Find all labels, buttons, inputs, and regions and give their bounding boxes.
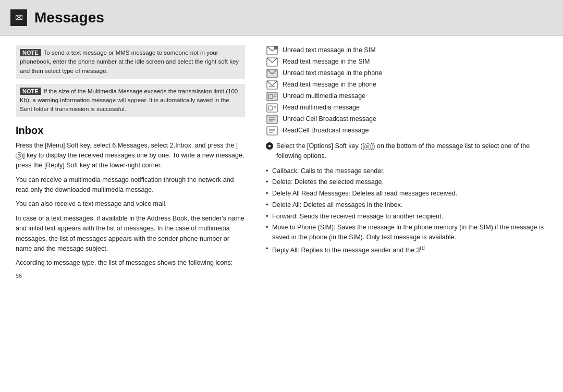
unread-mms-icon	[266, 91, 278, 102]
bullet-item-1: Callback: Calls to the message sender.	[266, 166, 547, 176]
right-column: ! Unread text message in the SIM Read te…	[255, 36, 563, 390]
inbox-para3: You can also receive a text message and …	[16, 199, 245, 209]
list-item: ! Unread text message in the SIM	[266, 45, 547, 56]
icon-list-label-6: Read multimedia message	[283, 103, 360, 113]
svg-text:!: !	[275, 46, 276, 50]
unread-cb-icon	[266, 114, 278, 125]
bullet-item-7: Reply All: Replies to the message sender…	[266, 244, 547, 255]
icon-list-label-4: Read text message in the phone	[283, 80, 376, 90]
content-area: NOTETo send a text message or MMS messag…	[0, 36, 563, 390]
list-item: ReadCell Broadcast message	[266, 126, 547, 136]
inbox-para2: You can receive a multimedia message not…	[16, 175, 245, 195]
bullet-item-6: Move to Phone (SIM): Saves the message i…	[266, 223, 547, 242]
unread-sim-icon: !	[266, 45, 278, 56]
left-column: NOTETo send a text message or MMS messag…	[0, 36, 255, 390]
list-item: Read text message in the SIM	[266, 57, 547, 67]
icon-list-label-1: Unread text message in the SIM	[283, 45, 376, 55]
unread-phone-icon	[266, 68, 278, 79]
inbox-title: Inbox	[16, 125, 245, 137]
note-box-2: NOTEIf the size of the Multimedia Messag…	[16, 84, 245, 117]
page-header: ✉ Messages	[0, 0, 563, 36]
circle-bullet: ●	[266, 142, 273, 150]
list-item: Read multimedia message	[266, 103, 547, 113]
note-label-1: NOTE	[20, 49, 41, 56]
page-number: 56	[16, 273, 245, 279]
page-title: Messages	[34, 9, 104, 26]
options-intro-text: Select the [Options] Soft key ([⊘]) on t…	[276, 141, 547, 161]
note-text-1: To send a text message or MMS message to…	[20, 50, 239, 74]
read-sim-icon	[266, 57, 278, 67]
read-cb-icon	[266, 126, 278, 136]
bullet-section: Callback: Calls to the message sender. D…	[266, 166, 547, 255]
bullet-item-3: Delete All Read Messages: Deletes all re…	[266, 189, 547, 199]
svg-rect-12	[268, 106, 273, 110]
icon-list-label-2: Read text message in the SIM	[283, 57, 370, 67]
icon-list-label-7: Unread Cell Broadcast message	[283, 114, 376, 124]
note-label-2: NOTE	[20, 88, 41, 95]
bullet-item-4: Delete All: Deletes all messages in the …	[266, 200, 547, 210]
read-phone-icon	[266, 80, 278, 90]
bullet-item-5: Forward: Sends the received message to a…	[266, 212, 547, 222]
inbox-para5: According to message type, the list of m…	[16, 258, 245, 268]
note-text-2: If the size of the Multimedia Message ex…	[20, 88, 238, 113]
icon-list-label-3: Unread text message in the phone	[283, 68, 382, 78]
list-item: Read text message in the phone	[266, 80, 547, 90]
list-item: Unread text message in the phone	[266, 68, 547, 79]
bullet-item-2: Delete: Deletes the selected message.	[266, 177, 547, 187]
note-box-1: NOTETo send a text message or MMS messag…	[16, 45, 245, 79]
messages-icon: ✉	[10, 9, 27, 26]
options-row: ● Select the [Options] Soft key ([⊘]) on…	[266, 141, 547, 161]
list-item: Unread Cell Broadcast message	[266, 114, 547, 125]
list-item: Unread multimedia message	[266, 91, 547, 102]
icon-list-label-5: Unread multimedia message	[283, 91, 365, 101]
inbox-para1: Press the [Menu] Soft key, select 6.Mess…	[16, 141, 245, 171]
inbox-para4: In case of a text messages, if available…	[16, 214, 245, 254]
icon-list: ! Unread text message in the SIM Read te…	[266, 45, 547, 136]
icon-list-label-8: ReadCell Broadcast message	[283, 126, 369, 136]
read-mms-icon	[266, 103, 278, 113]
